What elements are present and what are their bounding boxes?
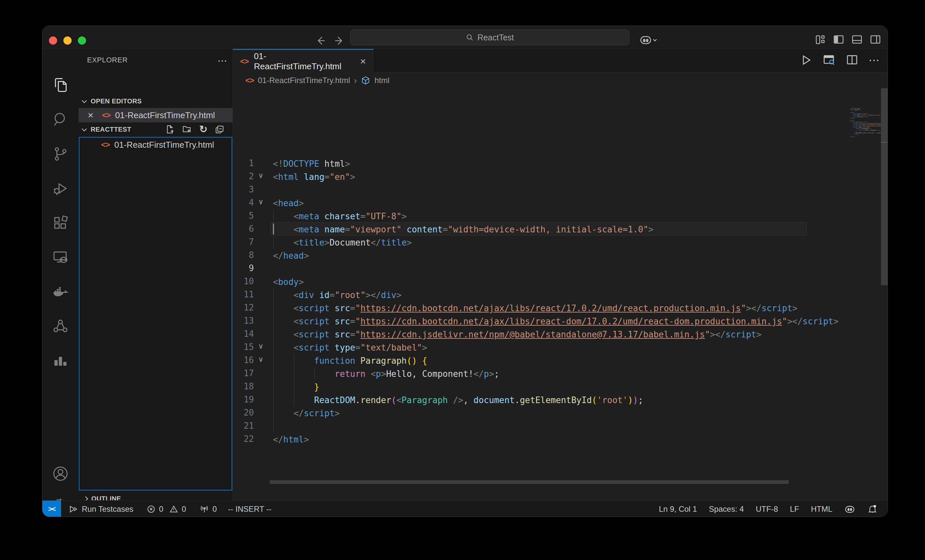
toggle-panel-icon[interactable] xyxy=(851,34,864,47)
fold-chevron-icon[interactable]: ∨ xyxy=(256,198,266,206)
folder-section-header[interactable]: REACTTEST ↻ xyxy=(78,122,233,136)
warning-icon xyxy=(169,504,178,514)
forward-arrow-icon[interactable] xyxy=(334,35,345,46)
encoding[interactable]: UTF-8 xyxy=(756,504,778,514)
extensions-icon[interactable] xyxy=(49,211,72,235)
views-more-actions-icon[interactable]: ⋯ xyxy=(217,55,227,66)
tree-item-file[interactable]: <> 01-ReactFirstTimeTry.html xyxy=(80,138,232,152)
tab-close-icon[interactable]: × xyxy=(360,56,366,67)
cursor-position[interactable]: Ln 9, Col 1 xyxy=(659,504,697,514)
new-file-icon[interactable] xyxy=(165,125,175,134)
open-preview-icon[interactable] xyxy=(823,54,836,67)
search-view-icon[interactable] xyxy=(49,108,72,131)
notifications-bell-icon[interactable] xyxy=(867,504,878,514)
toggle-secondary-sidebar-icon[interactable] xyxy=(869,34,883,47)
docker-icon[interactable] xyxy=(49,280,72,304)
open-editor-item[interactable]: × <> 01-ReactFirstTimeTry.html xyxy=(78,108,233,122)
editor-group: <> 01-ReactFirstTimeTry.html × ⋯ <> 01-R… xyxy=(233,49,888,500)
line-number: 16 xyxy=(237,355,254,365)
run-debug-icon[interactable] xyxy=(49,177,72,200)
line-number: 17 xyxy=(237,368,254,378)
chevron-down-icon xyxy=(82,98,87,103)
search-text: ReactTest xyxy=(477,33,514,42)
toggle-sidebar-icon[interactable] xyxy=(833,34,846,47)
minimize-window-button[interactable] xyxy=(63,36,72,45)
minimap[interactable]: <!DOCTYPE html><html lang="en"><head> <m… xyxy=(849,106,881,244)
symbol-cube-icon xyxy=(361,75,371,86)
customize-layout-icon[interactable] xyxy=(814,34,827,47)
problems-indicator[interactable]: 0 0 xyxy=(146,504,186,514)
line-number: 9 xyxy=(237,263,254,273)
error-icon xyxy=(146,504,156,514)
html-file-icon: <> xyxy=(101,140,110,149)
explorer-icon[interactable] xyxy=(49,73,72,97)
ports-indicator[interactable]: 0 xyxy=(199,504,217,514)
status-bar: >< Run Testcases 0 0 0 -- INSERT -- Ln 9… xyxy=(42,500,887,517)
line-number: 20 xyxy=(237,408,254,417)
horizontal-scrollbar[interactable] xyxy=(270,480,789,484)
vscode-window: ReactTest xyxy=(42,26,888,517)
sidebar-title: EXPLORER xyxy=(87,49,128,71)
back-arrow-icon[interactable] xyxy=(315,35,326,46)
line-number: 10 xyxy=(237,276,254,286)
line-number: 2 xyxy=(237,171,254,181)
html-file-icon: <> xyxy=(102,111,111,120)
file-tree[interactable]: <> 01-ReactFirstTimeTry.html xyxy=(79,137,232,490)
tab-active-file[interactable]: <> 01-ReactFirstTimeTry.html × xyxy=(233,49,374,72)
new-folder-icon[interactable] xyxy=(182,125,192,134)
run-button[interactable] xyxy=(800,54,813,67)
line-number: 1 xyxy=(237,158,254,168)
breadcrumb-symbol[interactable]: html xyxy=(375,76,389,85)
run-testcases-button[interactable]: Run Testcases xyxy=(69,504,133,514)
more-actions-icon[interactable]: ⋯ xyxy=(869,54,880,67)
remote-explorer-icon[interactable] xyxy=(49,246,72,269)
line-number: 7 xyxy=(237,237,254,247)
vim-mode-indicator[interactable]: -- INSERT -- xyxy=(228,504,271,514)
language-mode[interactable]: HTML xyxy=(811,504,832,514)
remote-indicator[interactable]: >< xyxy=(42,501,61,517)
close-icon[interactable]: × xyxy=(88,110,93,121)
live-share-icon[interactable] xyxy=(49,314,72,338)
search-icon xyxy=(466,33,474,42)
code-editor[interactable]: 12∨34∨56789101112131415∨16∨171819202122 … xyxy=(233,88,888,484)
zoom-window-button[interactable] xyxy=(78,36,86,45)
breadcrumb-file[interactable]: 01-ReactFirstTimeTry.html xyxy=(258,76,350,85)
chevron-down-icon xyxy=(82,126,87,131)
breadcrumb[interactable]: <> 01-ReactFirstTimeTry.html › html xyxy=(233,72,888,88)
open-editor-filename: 01-ReactFirstTimeTry.html xyxy=(115,110,215,120)
copilot-icon[interactable] xyxy=(639,34,661,47)
line-number: 11 xyxy=(237,290,254,299)
title-bar: ReactTest xyxy=(42,26,887,49)
source-control-icon[interactable] xyxy=(49,142,72,166)
open-editors-header[interactable]: OPEN EDITORS xyxy=(78,94,233,108)
close-window-button[interactable] xyxy=(49,36,57,45)
refresh-icon[interactable]: ↻ xyxy=(199,125,208,134)
line-number: 5 xyxy=(237,211,254,221)
html-file-icon: <> xyxy=(246,76,254,85)
command-center-search[interactable]: ReactTest xyxy=(350,30,629,45)
tab-label: 01-ReactFirstTimeTry.html xyxy=(254,51,352,72)
line-number: 22 xyxy=(237,434,254,444)
line-number: 8 xyxy=(237,250,254,260)
line-number: 19 xyxy=(237,395,254,404)
collapse-all-icon[interactable] xyxy=(215,125,224,134)
copilot-status-icon[interactable] xyxy=(844,503,855,515)
eol-indicator[interactable]: LF xyxy=(790,504,799,514)
fold-chevron-icon[interactable]: ∨ xyxy=(256,355,266,364)
tree-item-filename: 01-ReactFirstTimeTry.html xyxy=(114,140,214,150)
split-editor-icon[interactable] xyxy=(845,54,859,67)
bar-chart-icon[interactable] xyxy=(49,349,72,372)
breadcrumb-separator: › xyxy=(354,75,357,86)
line-number: 6 xyxy=(237,224,254,234)
vertical-scrollbar[interactable] xyxy=(881,88,888,484)
fold-chevron-icon[interactable]: ∨ xyxy=(256,171,266,180)
line-number: 4 xyxy=(237,198,254,207)
radio-tower-icon xyxy=(199,504,209,514)
line-number: 21 xyxy=(237,421,254,431)
line-number: 14 xyxy=(237,329,254,339)
fold-chevron-icon[interactable]: ∨ xyxy=(256,342,266,351)
indentation[interactable]: Spaces: 4 xyxy=(709,504,744,514)
line-number: 15 xyxy=(237,342,254,352)
tab-bar: <> 01-ReactFirstTimeTry.html × ⋯ xyxy=(233,49,888,72)
accounts-icon[interactable] xyxy=(49,462,72,485)
